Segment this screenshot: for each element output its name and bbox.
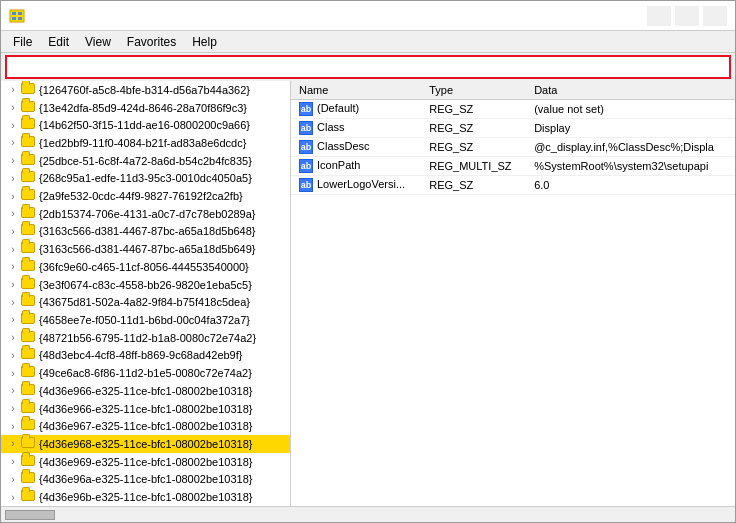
tree-item[interactable]: ›{3e3f0674-c83c-4558-bb26-9820e1eba5c5} [1,276,290,294]
reg-type-icon: ab [299,121,313,135]
tree-item[interactable]: ›{268c95a1-edfe-11d3-95c3-0010dc4050a5} [1,170,290,188]
menu-item-file[interactable]: File [5,33,40,50]
tree-item-label: {48d3ebc4-4cf8-48ff-b869-9c68ad42eb9f} [39,349,242,361]
reg-data: @c_display.inf,%ClassDesc%;Displa [526,138,735,157]
reg-name: abClassDesc [291,138,421,157]
expand-arrow: › [5,208,21,219]
tree-item[interactable]: ›{4d36e96b-e325-11ce-bfc1-08002be10318} [1,488,290,506]
title-controls [647,6,727,26]
registry-row[interactable]: abIconPathREG_MULTI_SZ%SystemRoot%\syste… [291,157,735,176]
maximize-button[interactable] [675,6,699,26]
expand-arrow: › [5,403,21,414]
minimize-button[interactable] [647,6,671,26]
tree-item[interactable]: ›{4658ee7e-f050-11d1-b6bd-00c04fa372a7} [1,311,290,329]
menu-item-view[interactable]: View [77,33,119,50]
reg-type: REG_SZ [421,100,526,119]
tree-item-label: {3163c566-d381-4467-87bc-a65a18d5b649} [39,243,256,255]
horizontal-scrollbar[interactable] [1,506,735,522]
tree-item[interactable]: ›{3163c566-d381-4467-87bc-a65a18d5b649} [1,240,290,258]
col-data: Data [526,81,735,100]
tree-item[interactable]: ›{4d36e968-e325-11ce-bfc1-08002be10318} [1,435,290,453]
tree-item-label: {1264760f-a5c8-4bfe-b314-d56a7b44a362} [39,84,250,96]
tree-item[interactable]: ›{43675d81-502a-4a82-9f84-b75f418c5dea} [1,293,290,311]
tree-item-label: {14b62f50-3f15-11dd-ae16-0800200c9a66} [39,119,250,131]
tree-item[interactable]: ›{2a9fe532-0cdc-44f9-9827-76192f2ca2fb} [1,187,290,205]
tree-item-label: {2a9fe532-0cdc-44f9-9827-76192f2ca2fb} [39,190,243,202]
registry-row[interactable]: abLowerLogoVersi...REG_SZ6.0 [291,176,735,195]
address-bar[interactable] [5,55,731,79]
svg-rect-4 [18,17,22,20]
tree-item[interactable]: ›{36fc9e60-c465-11cf-8056-444553540000} [1,258,290,276]
folder-icon [21,419,37,433]
expand-arrow: › [5,421,21,432]
tree-item-label: {3e3f0674-c83c-4558-bb26-9820e1eba5c5} [39,279,252,291]
menu-item-favorites[interactable]: Favorites [119,33,184,50]
tree-item-label: {13e42dfa-85d9-424d-8646-28a70f86f9c3} [39,102,247,114]
expand-arrow: › [5,332,21,343]
tree-item[interactable]: ›{4d36e969-e325-11ce-bfc1-08002be10318} [1,453,290,471]
tree-item[interactable]: ›{2db15374-706e-4131-a0c7-d7c78eb0289a} [1,205,290,223]
tree-item[interactable]: ›{4d36e966-e325-11ce-bfc1-08002be10318} [1,400,290,418]
tree-item[interactable]: ›{4d36e967-e325-11ce-bfc1-08002be10318} [1,417,290,435]
folder-icon [21,348,37,362]
tree-item[interactable]: ›{1ed2bbf9-11f0-4084-b21f-ad83a8e6dcdc} [1,134,290,152]
reg-type: REG_SZ [421,119,526,138]
registry-row[interactable]: abClassREG_SZDisplay [291,119,735,138]
reg-data: 6.0 [526,176,735,195]
menu-item-edit[interactable]: Edit [40,33,77,50]
expand-arrow: › [5,244,21,255]
tree-item-label: {268c95a1-edfe-11d3-95c3-0010dc4050a5} [39,172,252,184]
tree-item[interactable]: ›{4d36e966-e325-11ce-bfc1-08002be10318} [1,382,290,400]
tree-item-label: {1ed2bbf9-11f0-4084-b21f-ad83a8e6dcdc} [39,137,246,149]
folder-icon [21,331,37,345]
svg-rect-2 [18,12,22,15]
expand-arrow: › [5,385,21,396]
title-bar-left [9,8,31,24]
registry-table: Name Type Data ab(Default)REG_SZ(value n… [291,81,735,195]
menu-bar: FileEditViewFavoritesHelp [1,31,735,53]
tree-item-label: {4d36e969-e325-11ce-bfc1-08002be10318} [39,456,252,468]
folder-icon [21,189,37,203]
reg-type-icon: ab [299,102,313,116]
expand-arrow: › [5,155,21,166]
menu-item-help[interactable]: Help [184,33,225,50]
tree-item[interactable]: ›{25dbce-51-6c8f-4a72-8a6d-b54c2b4fc835} [1,152,290,170]
tree-item[interactable]: ›{1264760f-a5c8-4bfe-b314-d56a7b44a362} [1,81,290,99]
expand-arrow: › [5,173,21,184]
expand-arrow: › [5,350,21,361]
expand-arrow: › [5,474,21,485]
folder-icon [21,278,37,292]
folder-icon [21,295,37,309]
tree-item[interactable]: ›{14b62f50-3f15-11dd-ae16-0800200c9a66} [1,116,290,134]
tree-item[interactable]: ›{3163c566-d381-4467-87bc-a65a18d5b648} [1,223,290,241]
col-name: Name [291,81,421,100]
reg-type: REG_MULTI_SZ [421,157,526,176]
tree-item[interactable]: ›{48d3ebc4-4cf8-48ff-b869-9c68ad42eb9f} [1,347,290,365]
reg-name: ab(Default) [291,100,421,119]
tree-item-label: {4d36e966-e325-11ce-bfc1-08002be10318} [39,385,252,397]
folder-icon [21,83,37,97]
tree-item[interactable]: ›{4d36e96a-e325-11ce-bfc1-08002be10318} [1,470,290,488]
expand-arrow: › [5,314,21,325]
registry-row[interactable]: abClassDescREG_SZ@c_display.inf,%ClassDe… [291,138,735,157]
folder-icon [21,402,37,416]
tree-item[interactable]: ›{13e42dfa-85d9-424d-8646-28a70f86f9c3} [1,99,290,117]
tree-item-label: {43675d81-502a-4a82-9f84-b75f418c5dea} [39,296,250,308]
tree-item[interactable]: ›{48721b56-6795-11d2-b1a8-0080c72e74a2} [1,329,290,347]
expand-arrow: › [5,226,21,237]
tree-item-label: {3163c566-d381-4467-87bc-a65a18d5b648} [39,225,256,237]
tree-item-label: {4d36e968-e325-11ce-bfc1-08002be10318} [39,438,252,450]
scrollbar-thumb [5,510,55,520]
left-panel[interactable]: ›{1264760f-a5c8-4bfe-b314-d56a7b44a362}›… [1,81,291,506]
expand-arrow: › [5,492,21,503]
tree-item-label: {2db15374-706e-4131-a0c7-d7c78eb0289a} [39,208,256,220]
tree-item[interactable]: ›{49ce6ac8-6f86-11d2-b1e5-0080c72e74a2} [1,364,290,382]
reg-name: abClass [291,119,421,138]
tree-item-label: {36fc9e60-c465-11cf-8056-444553540000} [39,261,249,273]
reg-type: REG_SZ [421,176,526,195]
close-button[interactable] [703,6,727,26]
title-bar [1,1,735,31]
registry-row[interactable]: ab(Default)REG_SZ(value not set) [291,100,735,119]
folder-icon [21,313,37,327]
folder-icon [21,366,37,380]
